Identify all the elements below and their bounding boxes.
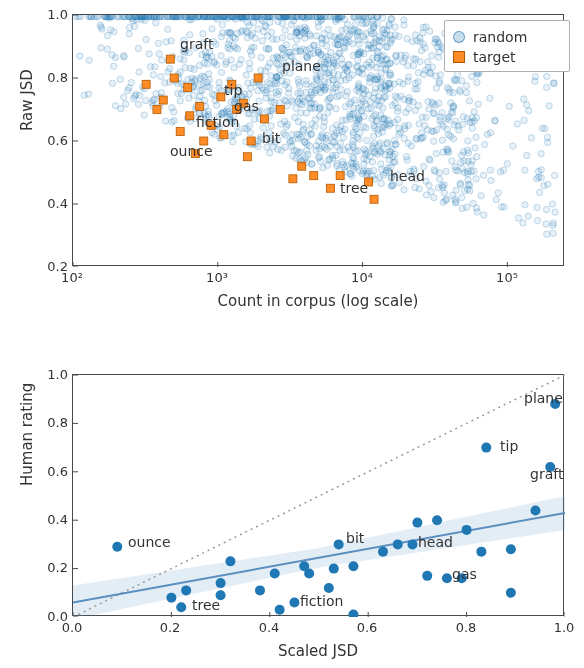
svg-point-1324 bbox=[454, 71, 460, 77]
svg-point-1358 bbox=[156, 51, 162, 57]
svg-point-1330 bbox=[264, 79, 270, 85]
svg-point-1373 bbox=[196, 62, 202, 68]
svg-point-1540 bbox=[300, 46, 306, 52]
svg-point-834 bbox=[177, 98, 183, 104]
svg-line-1601 bbox=[73, 513, 565, 603]
svg-point-1405 bbox=[200, 30, 206, 36]
svg-point-312 bbox=[228, 57, 234, 63]
svg-point-1000 bbox=[460, 114, 466, 120]
svg-point-1538 bbox=[356, 136, 362, 142]
svg-point-1614 bbox=[304, 568, 314, 578]
svg-point-1228 bbox=[216, 124, 222, 130]
svg-point-1344 bbox=[347, 171, 353, 177]
svg-point-883 bbox=[279, 35, 285, 41]
svg-point-1402 bbox=[295, 98, 301, 104]
svg-point-1530 bbox=[210, 15, 216, 20]
svg-point-1332 bbox=[246, 66, 252, 72]
svg-point-1410 bbox=[262, 68, 268, 74]
svg-point-1057 bbox=[270, 106, 276, 112]
svg-point-1076 bbox=[506, 103, 512, 109]
svg-point-1301 bbox=[422, 45, 428, 51]
svg-point-1465 bbox=[97, 22, 103, 28]
svg-point-1097 bbox=[292, 44, 298, 50]
svg-point-1533 bbox=[453, 199, 459, 205]
svg-point-1399 bbox=[290, 18, 296, 24]
xtick-top-2: 10⁴ bbox=[351, 270, 373, 285]
svg-point-15 bbox=[549, 201, 555, 207]
svg-point-1473 bbox=[396, 79, 402, 85]
svg-point-1173 bbox=[411, 168, 417, 174]
svg-point-1520 bbox=[378, 149, 384, 155]
ylabel-top: Raw JSD bbox=[18, 69, 36, 131]
svg-point-1175 bbox=[458, 78, 464, 84]
svg-point-1477 bbox=[136, 15, 142, 20]
svg-point-1364 bbox=[386, 152, 392, 158]
svg-point-1543 bbox=[75, 15, 81, 20]
svg-point-1051 bbox=[155, 40, 161, 46]
svg-point-1240 bbox=[451, 77, 457, 83]
svg-point-1133 bbox=[128, 79, 134, 85]
svg-point-391 bbox=[550, 230, 556, 236]
svg-rect-1576 bbox=[220, 131, 228, 139]
svg-point-697 bbox=[191, 66, 197, 72]
svg-point-1244 bbox=[258, 134, 264, 140]
svg-point-1008 bbox=[266, 150, 272, 156]
svg-point-1470 bbox=[322, 65, 328, 71]
svg-point-422 bbox=[388, 72, 394, 78]
svg-point-1454 bbox=[228, 15, 234, 20]
svg-point-1626 bbox=[442, 573, 452, 583]
chart-bottom bbox=[72, 374, 564, 616]
svg-point-240 bbox=[463, 83, 469, 89]
svg-point-188 bbox=[81, 92, 87, 98]
figure: Raw JSD Count in corpus (log scale) 0.2 … bbox=[0, 0, 584, 668]
svg-point-1409 bbox=[459, 205, 465, 211]
svg-rect-1558 bbox=[166, 55, 174, 63]
svg-point-1237 bbox=[330, 86, 336, 92]
svg-point-1621 bbox=[393, 539, 403, 549]
svg-point-640 bbox=[112, 103, 118, 109]
svg-point-1498 bbox=[251, 44, 257, 50]
svg-point-746 bbox=[141, 112, 147, 118]
svg-point-1188 bbox=[543, 206, 549, 212]
svg-point-1094 bbox=[199, 87, 205, 93]
svg-point-1300 bbox=[500, 167, 506, 173]
svg-point-1412 bbox=[403, 153, 409, 159]
svg-point-793 bbox=[356, 41, 362, 47]
svg-rect-1582 bbox=[289, 175, 297, 183]
svg-rect-1573 bbox=[186, 112, 194, 120]
svg-point-1298 bbox=[268, 85, 274, 91]
svg-point-1625 bbox=[432, 515, 442, 525]
svg-point-1541 bbox=[205, 108, 211, 114]
svg-point-775 bbox=[481, 212, 487, 218]
svg-point-1359 bbox=[412, 184, 418, 190]
svg-point-1395 bbox=[337, 140, 343, 146]
xlabel-top: Count in corpus (log scale) bbox=[218, 292, 419, 310]
svg-point-1345 bbox=[220, 15, 226, 20]
svg-point-871 bbox=[551, 172, 557, 178]
svg-point-948 bbox=[361, 146, 367, 152]
ytick-top-3: 0.8 bbox=[44, 70, 68, 85]
svg-point-1081 bbox=[320, 124, 326, 130]
svg-point-1080 bbox=[403, 109, 409, 115]
svg-point-945 bbox=[378, 161, 384, 167]
svg-point-470 bbox=[439, 137, 445, 143]
svg-point-1627 bbox=[457, 573, 467, 583]
svg-point-1163 bbox=[370, 25, 376, 31]
svg-point-1532 bbox=[296, 149, 302, 155]
svg-point-712 bbox=[515, 215, 521, 221]
svg-point-1514 bbox=[374, 73, 380, 79]
svg-point-1054 bbox=[225, 29, 231, 35]
svg-point-1615 bbox=[324, 583, 334, 593]
svg-point-910 bbox=[117, 76, 123, 82]
svg-point-524 bbox=[282, 27, 288, 33]
svg-point-1388 bbox=[308, 15, 314, 20]
svg-point-1536 bbox=[181, 57, 187, 63]
svg-point-1496 bbox=[319, 40, 325, 46]
ytick-top-2: 0.6 bbox=[44, 133, 68, 148]
svg-point-1425 bbox=[459, 121, 465, 127]
svg-point-1486 bbox=[277, 55, 283, 61]
svg-point-1270 bbox=[318, 71, 324, 77]
svg-point-1472 bbox=[234, 123, 240, 129]
svg-point-1346 bbox=[201, 15, 207, 20]
svg-rect-1563 bbox=[247, 137, 255, 145]
